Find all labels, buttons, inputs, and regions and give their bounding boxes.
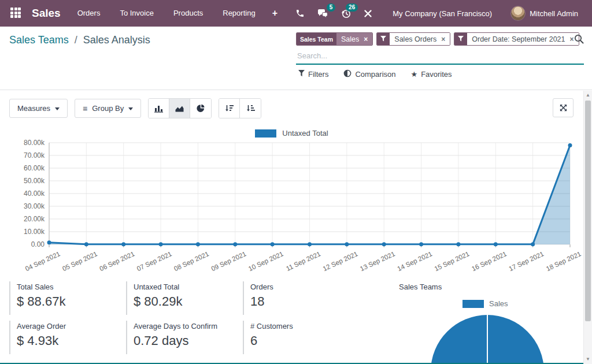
star-icon: ★: [410, 70, 417, 79]
funnel-icon: [298, 70, 305, 79]
stat-value: $ 88.67k: [17, 294, 119, 309]
content: Measures ≡ Group By: [0, 91, 592, 364]
search-facet-sales: Sales TeamSales×: [296, 32, 373, 46]
company-menu[interactable]: My Company (San Francisco): [387, 9, 498, 18]
list-lines-icon: ≡: [83, 104, 87, 113]
pie-legend: Sales: [462, 299, 508, 308]
stat-label: Untaxed Total: [134, 281, 236, 291]
bar-chart-icon: [154, 104, 164, 113]
facet-remove-button[interactable]: ×: [569, 35, 574, 43]
svg-text:07 Sep 2021: 07 Sep 2021: [136, 250, 173, 272]
filter-funnel-icon: [377, 33, 390, 45]
stat-card-untaxed-total: Untaxed Total$ 80.29k: [126, 281, 236, 315]
nav-menu-item-orders[interactable]: Orders: [68, 0, 110, 27]
sort-group: [219, 98, 261, 118]
svg-text:11 Sep 2021: 11 Sep 2021: [285, 250, 321, 272]
dashboard: Total Sales$ 88.67kUntaxed Total$ 80.29k…: [0, 277, 583, 364]
scroll-down-arrow[interactable]: ▼: [584, 357, 592, 362]
stat-value: $ 4.93k: [17, 333, 119, 348]
search-input[interactable]: [296, 47, 584, 65]
filter-menus: FiltersComparison★Favorites: [298, 69, 452, 79]
nav-menu-item-to-invoice[interactable]: To Invoice: [110, 0, 164, 27]
facet-value: Sales Orders×: [390, 33, 450, 45]
comparison-menu-button[interactable]: Comparison: [343, 69, 395, 79]
comparison-icon: [343, 69, 352, 79]
pie-chart-button[interactable]: [190, 99, 211, 118]
svg-text:60.00k: 60.00k: [24, 164, 45, 172]
nav-new-button[interactable]: +: [265, 0, 284, 27]
line-chart-button[interactable]: [169, 99, 190, 118]
svg-text:10.00k: 10.00k: [24, 228, 45, 236]
messages-icon[interactable]: 5: [311, 9, 335, 18]
facet-value: Order Date: September 2021×: [467, 33, 578, 45]
svg-text:06 Sep 2021: 06 Sep 2021: [98, 250, 135, 272]
facet-value: Sales×: [336, 33, 372, 45]
search-facet-sales-orders: Sales Orders×: [376, 32, 450, 46]
facet-remove-button[interactable]: ×: [364, 35, 368, 43]
svg-text:12 Sep 2021: 12 Sep 2021: [322, 250, 359, 272]
svg-text:17 Sep 2021: 17 Sep 2021: [508, 250, 545, 272]
vertical-scrollbar: ▲ ▼: [583, 91, 592, 364]
page-title: Sales Analysis: [83, 34, 150, 46]
user-menu[interactable]: Mitchell Admin: [510, 6, 584, 21]
nav-menu-item-reporting[interactable]: Reporting: [213, 0, 265, 27]
svg-text:50.00k: 50.00k: [24, 177, 45, 185]
stat-label: Total Sales: [17, 281, 119, 291]
activities-icon[interactable]: 26: [335, 9, 357, 18]
legend-label: Untaxed Total: [282, 129, 328, 138]
pie-legend-label: Sales: [489, 299, 508, 308]
sales-line-chart: 04 Sep 202105 Sep 202106 Sep 202107 Sep …: [0, 137, 584, 277]
favorites-menu-button[interactable]: ★Favorites: [410, 70, 452, 79]
svg-text:04 Sep 2021: 04 Sep 2021: [24, 250, 61, 272]
svg-text:16 Sep 2021: 16 Sep 2021: [471, 250, 508, 272]
scroll-up-arrow[interactable]: ▲: [584, 93, 592, 98]
measures-label: Measures: [17, 104, 50, 113]
filter-funnel-icon: [454, 33, 467, 45]
measures-button[interactable]: Measures: [9, 99, 68, 118]
svg-text:70.00k: 70.00k: [24, 151, 45, 159]
facet-category-label: Sales Team: [297, 33, 336, 45]
bar-chart-button[interactable]: [149, 99, 169, 118]
phone-icon[interactable]: [289, 9, 311, 18]
sort-asc-button[interactable]: [240, 99, 261, 118]
stat-label: Average Days to Confirm: [134, 321, 236, 330]
expand-arrows-icon: [559, 103, 568, 112]
tools-icon[interactable]: [357, 9, 379, 18]
pie-slice-divider: [487, 315, 488, 364]
stat-card-customers: # Customers6: [243, 321, 353, 354]
facet-remove-button[interactable]: ×: [441, 35, 445, 43]
chevron-down-icon: [128, 107, 133, 113]
stat-value: 6: [250, 333, 353, 348]
stat-card-total-sales: Total Sales$ 88.67k: [9, 281, 119, 315]
stat-label: Average Order: [17, 321, 119, 330]
stat-value: 0.72 days: [134, 333, 236, 348]
scrollbar-thumb[interactable]: [585, 101, 591, 321]
legend-swatch: [255, 129, 276, 138]
pie-chart-icon: [197, 104, 205, 113]
svg-text:80.00k: 80.00k: [24, 139, 45, 147]
apps-menu-icon[interactable]: [10, 8, 23, 19]
stat-card-orders: Orders18: [243, 281, 353, 315]
chart-legend: Untaxed Total: [0, 129, 583, 138]
navbar-right: 5 26 My Company (San Francisco) Mitchell…: [289, 6, 584, 21]
breadcrumb-link[interactable]: Sales Teams: [9, 34, 69, 46]
stat-card-average-days-to-confirm: Average Days to Confirm0.72 days: [126, 321, 236, 354]
sort-asc-icon: [246, 104, 255, 113]
pie-legend-swatch: [462, 300, 484, 308]
nav-menu-item-products[interactable]: Products: [164, 0, 213, 27]
breadcrumb-separator: /: [75, 34, 77, 46]
sort-desc-button[interactable]: [219, 99, 240, 118]
stat-value: 18: [250, 294, 353, 309]
group-by-button[interactable]: ≡ Group By: [75, 99, 141, 118]
svg-text:0.00: 0.00: [31, 240, 45, 248]
svg-text:14 Sep 2021: 14 Sep 2021: [396, 250, 433, 272]
filters-menu-button[interactable]: Filters: [298, 70, 328, 79]
svg-text:13 Sep 2021: 13 Sep 2021: [359, 250, 396, 272]
app-brand[interactable]: Sales: [32, 7, 61, 20]
user-avatar: [510, 6, 526, 21]
fullscreen-button[interactable]: [553, 98, 574, 117]
svg-text:10 Sep 2021: 10 Sep 2021: [247, 250, 284, 272]
stat-label: # Customers: [250, 321, 353, 330]
breadcrumb: Sales Teams / Sales Analysis: [9, 34, 150, 46]
messages-count-badge: 5: [327, 3, 336, 12]
